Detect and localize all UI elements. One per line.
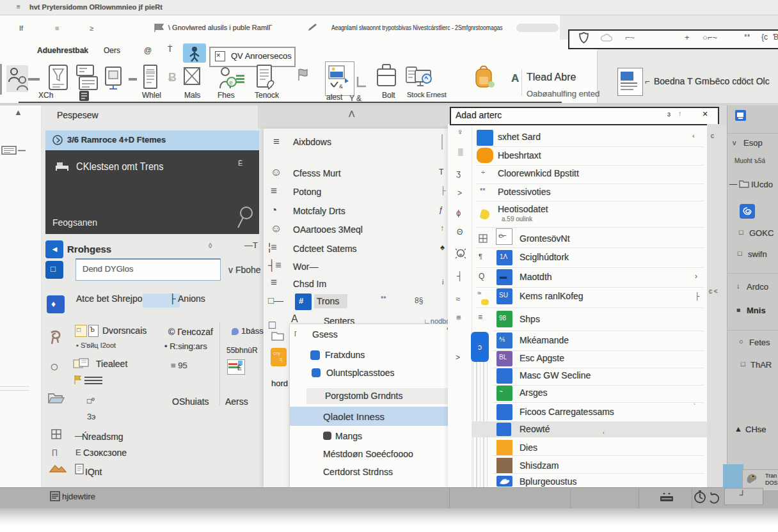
svg-text:&: & — [339, 83, 343, 90]
svg-text:e: e — [230, 79, 233, 86]
